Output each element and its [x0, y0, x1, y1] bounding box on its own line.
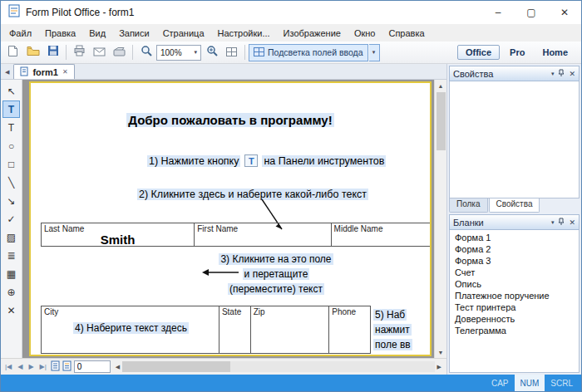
toolbar-separator [66, 45, 67, 60]
toolbar-separator [244, 45, 245, 60]
panel-menu-icon[interactable]: ▾ [551, 219, 555, 226]
middle-name-cell[interactable]: Middle Name [332, 223, 432, 246]
step3-arrow [200, 267, 240, 277]
last-name-cell[interactable]: Last Name Smith [42, 223, 195, 246]
pin-icon[interactable] [558, 218, 565, 228]
tab-close-icon[interactable]: ✕ [62, 68, 68, 76]
horizontal-scrollbar[interactable]: ◀ ▶ [113, 360, 444, 373]
scroll-up-icon[interactable]: ▲ [438, 80, 444, 91]
checkmark-tool-icon[interactable]: ✓ [2, 210, 20, 228]
state-cell[interactable]: State [219, 306, 251, 353]
tab-properties[interactable]: Свойства [489, 198, 540, 213]
maximize-button[interactable]: ▢ [515, 1, 548, 24]
scan-button[interactable] [110, 43, 129, 61]
highlight-fields-button[interactable]: Подсветка полей ввода [249, 44, 368, 61]
pan-tool-icon[interactable]: ⊕ [2, 283, 20, 301]
pin-icon[interactable] [558, 69, 565, 79]
app-icon [7, 4, 21, 21]
chevron-down-icon: ▾ [372, 49, 376, 56]
step5-text[interactable]: 5) Наб нажмит поле вв [373, 307, 412, 352]
grid-button[interactable] [222, 43, 241, 61]
horizontal-scroll-thumb[interactable] [122, 361, 230, 372]
horizontal-scroll-track[interactable] [122, 361, 434, 372]
list-item[interactable]: Опись [450, 278, 579, 290]
zoom-select[interactable]: 100% ▾ [156, 45, 201, 61]
mode-office-button[interactable]: Office [457, 45, 500, 60]
state-label: State [219, 306, 250, 317]
titlebar: Form Pilot Office - form1 – ▢ ✕ [1, 1, 581, 24]
mail-button[interactable] [90, 43, 109, 61]
mode-home-button[interactable]: Home [535, 46, 575, 59]
panel-close-icon[interactable]: ✕ [569, 70, 575, 78]
menu-view[interactable]: Вид [82, 27, 112, 40]
scroll-down-icon[interactable]: ▼ [438, 346, 444, 358]
select-tool-icon[interactable]: ↖ [2, 82, 20, 100]
step4-text[interactable]: 4) Наберите текст здесь [54, 322, 208, 334]
scanner-icon [113, 45, 126, 60]
menu-image[interactable]: Изображение [277, 27, 348, 40]
main-area: ◀ form1 ✕ ↖ T T ○ □ ╲ ↘ ✓ ▨ [1, 64, 581, 375]
tab-scroll-left-button[interactable]: ◀ [2, 69, 12, 79]
zip-cell[interactable]: Zip [251, 306, 330, 353]
list-item[interactable]: Форма 3 [450, 255, 579, 267]
list-item[interactable]: Платежное поручение [450, 290, 579, 301]
vertical-scroll-thumb[interactable] [436, 92, 446, 150]
minimize-button[interactable]: – [481, 1, 515, 24]
vertical-scrollbar[interactable]: ▲ ▼ [434, 80, 446, 358]
ellipse-tool-icon[interactable]: ○ [2, 137, 20, 154]
prev-record-button[interactable]: ◀ [16, 363, 24, 370]
first-name-cell[interactable]: First Name [195, 223, 331, 246]
mode-pro-button[interactable]: Pro [502, 46, 532, 59]
menu-records[interactable]: Записи [112, 27, 156, 40]
tab-form1[interactable]: form1 ✕ [13, 64, 74, 79]
list-item[interactable]: Счет [450, 267, 579, 278]
line-tool-icon[interactable]: ╲ [2, 174, 20, 191]
table-tool-icon[interactable]: ▦ [2, 265, 20, 282]
panel-close-icon[interactable]: ✕ [569, 218, 575, 227]
step1-text[interactable]: 1) Нажмите кнопку T на Панели инструмент… [147, 154, 386, 167]
delete-tool-icon[interactable]: ✕ [2, 301, 20, 319]
text-field-tool-icon[interactable]: T [2, 100, 20, 118]
highlight-fields-dropdown[interactable]: ▾ [369, 44, 380, 61]
scroll-right-icon[interactable]: ▶ [435, 364, 444, 370]
menu-file[interactable]: Файл [2, 27, 38, 40]
phone-cell[interactable]: Phone [329, 306, 370, 353]
last-name-value[interactable]: Smith [42, 233, 194, 247]
record-number-input[interactable] [74, 360, 111, 373]
list-item[interactable]: Доверенность [450, 313, 579, 325]
image-tool-icon[interactable]: ▨ [2, 228, 20, 246]
menu-help[interactable]: Справка [382, 27, 431, 40]
zoom-out-button[interactable] [136, 43, 155, 61]
list-item[interactable]: Тест принтера [450, 301, 579, 313]
open-button[interactable] [23, 43, 42, 61]
save-record-button[interactable] [62, 360, 72, 375]
save-button[interactable] [43, 43, 62, 61]
last-record-button[interactable]: ▶| [38, 363, 48, 370]
list-item[interactable]: Форма 1 [450, 232, 579, 243]
print-button[interactable] [70, 43, 89, 61]
panel-menu-icon[interactable]: ▾ [551, 71, 555, 77]
menu-page[interactable]: Страница [156, 27, 211, 40]
form-page[interactable]: Добро пожаловать в программу! 1) Нажмите… [29, 81, 432, 356]
first-record-button[interactable]: |◀ [3, 363, 13, 370]
menubar: Файл Правка Вид Записи Страница Настройк… [1, 24, 581, 42]
tab-shelf[interactable]: Полка [449, 198, 488, 213]
scroll-left-icon[interactable]: ◀ [113, 364, 122, 370]
next-record-button[interactable]: ▶ [27, 363, 35, 370]
text-tool-icon[interactable]: T [2, 119, 20, 136]
list-item[interactable]: Телеграмма [450, 325, 579, 336]
arrow-tool-icon[interactable]: ↘ [2, 192, 20, 209]
step2-text[interactable]: 2) Кликните здесь и наберите какой-либо … [137, 189, 368, 200]
menu-edit[interactable]: Правка [38, 27, 82, 40]
rectangle-tool-icon[interactable]: □ [2, 155, 20, 173]
list-item[interactable]: Форма 2 [450, 243, 579, 255]
zoom-in-button[interactable] [202, 43, 221, 61]
phone-label: Phone [329, 306, 370, 317]
menu-window[interactable]: Окно [348, 27, 382, 40]
new-record-button[interactable] [51, 360, 60, 375]
new-document-button[interactable] [3, 43, 22, 61]
close-button[interactable]: ✕ [548, 1, 581, 24]
right-dock-panel: Свойства ▾ ✕ Полка Свойства Бланки ▾ ✕ [446, 64, 581, 375]
menu-settings[interactable]: Настройки... [211, 27, 277, 40]
lines-tool-icon[interactable]: ≣ [2, 247, 20, 264]
